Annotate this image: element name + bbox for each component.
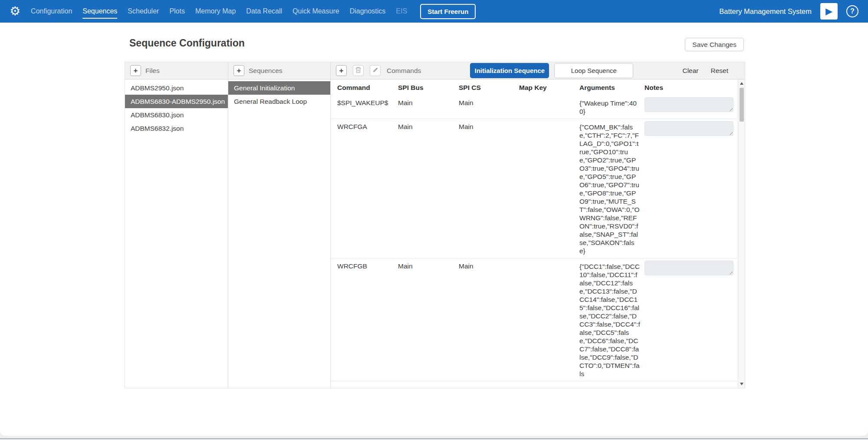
start-freerun-button[interactable]: Start Freerun	[420, 4, 476, 19]
nav-item-data-recall[interactable]: Data Recall	[241, 0, 287, 23]
spi-cs-cell: Main	[459, 119, 519, 258]
add-file-button[interactable]: +	[130, 65, 141, 76]
column-header: Arguments	[579, 84, 644, 92]
add-command-button[interactable]: +	[336, 65, 347, 76]
tab-initialization-sequence[interactable]: Initialization Sequence	[470, 63, 549, 78]
panels-container: + Files ADBMS2950.jsonADBMS6830-ADBMS295…	[125, 62, 745, 388]
commands-table-header: CommandSPI BusSPI CSMap KeyArgumentsNote…	[331, 79, 738, 95]
file-item[interactable]: ADBMS2950.json	[125, 81, 228, 95]
sequence-item[interactable]: General Initialization	[228, 81, 330, 95]
spi-bus-cell: Main	[398, 119, 459, 258]
sequences-panel: + Sequences General InitializationGenera…	[228, 62, 331, 388]
resize-handle-icon[interactable]	[728, 131, 733, 135]
sequences-list: General InitializationGeneral Readback L…	[228, 79, 330, 388]
table-row: WRCFGA Main Main {"COMM_BK":false,"CTH":…	[331, 119, 738, 258]
add-sequence-button[interactable]: +	[233, 65, 244, 76]
files-panel: + Files ADBMS2950.jsonADBMS6830-ADBMS295…	[125, 62, 228, 388]
command-cell: WRCFGB	[337, 258, 398, 381]
arguments-cell: {"Wakeup Time":400}	[579, 95, 644, 119]
nav-item-diagnostics[interactable]: Diagnostics	[345, 0, 391, 23]
notes-cell	[644, 258, 738, 381]
notes-input[interactable]	[644, 121, 733, 136]
play-button[interactable]: ▶	[820, 3, 838, 20]
table-row: WRCFGB Main Main {"DCC1":false,"DCC10":f…	[331, 258, 738, 381]
gear-icon[interactable]: ⚙	[10, 5, 20, 17]
tab-loop-sequence[interactable]: Loop Sequence	[554, 63, 633, 78]
notes-input[interactable]	[644, 261, 733, 275]
sequences-panel-header: + Sequences	[228, 62, 330, 79]
command-cell: WRCFGA	[337, 119, 398, 258]
scrollbar-thumb[interactable]	[740, 88, 744, 122]
sequence-tabs: Initialization SequenceLoop Sequence	[425, 63, 678, 78]
notes-cell	[644, 119, 738, 258]
files-panel-title: Files	[145, 67, 160, 75]
scroll-down-arrow-icon[interactable]	[740, 383, 743, 385]
table-row: $SPI_WAKEUP$ Main Main {"Wakeup Time":40…	[331, 95, 738, 119]
column-header: Notes	[644, 84, 738, 92]
arguments-cell: {"DCC1":false,"DCC10":false,"DCC11":fals…	[579, 258, 644, 381]
nav-item-memory-map[interactable]: Memory Map	[190, 0, 241, 23]
commands-actions: Clear Reset	[682, 67, 740, 75]
scroll-up-arrow-icon[interactable]	[740, 82, 743, 85]
clear-link[interactable]: Clear	[682, 67, 698, 75]
main-content: Sequence Configuration Save Changes + Fi…	[0, 23, 868, 436]
save-changes-button[interactable]: Save Changes	[685, 38, 744, 51]
delete-command-button[interactable]	[353, 65, 364, 76]
nav-item-plots[interactable]: Plots	[164, 0, 190, 23]
spi-bus-cell: Main	[398, 95, 459, 119]
spi-bus-cell: Main	[398, 258, 459, 381]
page-title: Sequence Configuration	[129, 37, 245, 49]
notes-input[interactable]	[644, 97, 733, 112]
spi-cs-cell: Main	[459, 95, 519, 119]
resize-handle-icon[interactable]	[728, 107, 733, 111]
file-item[interactable]: ADBMS6832.json	[125, 122, 228, 135]
plus-icon: +	[339, 67, 344, 74]
commands-toolbar: + Commands	[336, 65, 421, 76]
window-bottom-edge	[0, 438, 868, 439]
vertical-scrollbar[interactable]	[738, 79, 745, 388]
commands-panel: + Commands Initialization SequenceLo	[331, 62, 745, 388]
commands-panel-header: + Commands Initialization SequenceLo	[331, 62, 745, 79]
navbar-right: Battery Management System ▶ ?	[719, 3, 858, 20]
map-key-cell	[519, 95, 579, 119]
resize-handle-icon[interactable]	[728, 270, 733, 275]
notes-cell	[644, 95, 738, 119]
nav-item-sequences[interactable]: Sequences	[77, 0, 122, 23]
commands-panel-title: Commands	[387, 67, 421, 75]
file-item[interactable]: ADBMS6830-ADBMS2950.json	[125, 95, 228, 108]
plus-icon: +	[237, 67, 241, 74]
trash-icon	[355, 66, 362, 75]
top-navbar: ⚙ ConfigurationSequencesSchedulerPlotsMe…	[0, 0, 868, 23]
pencil-icon	[372, 67, 378, 74]
edit-command-button[interactable]	[370, 65, 381, 76]
column-header: Map Key	[519, 84, 579, 92]
nav-item-configuration[interactable]: Configuration	[26, 0, 77, 23]
reset-link[interactable]: Reset	[711, 67, 729, 75]
map-key-cell	[519, 258, 579, 381]
nav-items: ConfigurationSequencesSchedulerPlotsMemo…	[26, 0, 412, 23]
play-icon: ▶	[825, 7, 832, 16]
help-button[interactable]: ?	[846, 5, 858, 17]
file-item[interactable]: ADBMS6830.json	[125, 108, 228, 122]
sequences-panel-title: Sequences	[249, 67, 283, 75]
command-cell: $SPI_WAKEUP$	[337, 95, 398, 119]
map-key-cell	[519, 119, 579, 258]
column-header: SPI CS	[459, 84, 519, 92]
brand-title: Battery Management System	[719, 7, 812, 16]
files-list: ADBMS2950.jsonADBMS6830-ADBMS2950.jsonAD…	[125, 79, 228, 388]
arguments-cell: {"COMM_BK":false,"CTH":2,"FC":7,"FLAG_D"…	[579, 119, 644, 258]
nav-item-quick-measure[interactable]: Quick Measure	[287, 0, 345, 23]
nav-item-eis: EIS	[391, 0, 412, 23]
plus-icon: +	[134, 67, 138, 74]
commands-table-body: $SPI_WAKEUP$ Main Main {"Wakeup Time":40…	[331, 95, 738, 381]
commands-table: CommandSPI BusSPI CSMap KeyArgumentsNote…	[331, 79, 745, 388]
column-header: SPI Bus	[398, 84, 459, 92]
files-panel-header: + Files	[125, 62, 228, 79]
column-header: Command	[337, 84, 398, 92]
spi-cs-cell: Main	[459, 258, 519, 381]
nav-item-scheduler[interactable]: Scheduler	[122, 0, 164, 23]
sequence-item[interactable]: General Readback Loop	[228, 95, 330, 108]
